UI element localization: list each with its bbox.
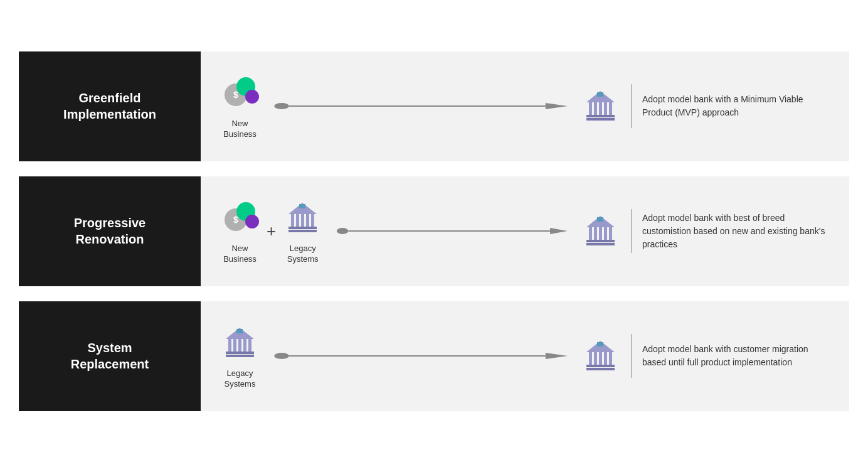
divider-2 xyxy=(631,209,632,253)
svg-text:$: $ xyxy=(233,215,238,225)
svg-point-3 xyxy=(245,90,259,104)
svg-rect-10 xyxy=(594,102,597,115)
svg-marker-31 xyxy=(550,228,568,234)
svg-rect-59 xyxy=(609,352,612,365)
arrow-2 xyxy=(336,223,568,239)
svg-marker-52 xyxy=(546,353,568,359)
svg-rect-12 xyxy=(604,102,607,115)
svg-rect-56 xyxy=(594,352,597,365)
source-icons-greenfield: $ New Business xyxy=(220,73,260,140)
source-icons-progressive: $ New Business + xyxy=(220,198,323,265)
arrow-1 xyxy=(273,99,568,114)
svg-rect-33 xyxy=(597,217,603,222)
new-business-label-2: New Business xyxy=(223,244,257,265)
svg-rect-28 xyxy=(288,230,317,232)
svg-point-19 xyxy=(245,215,259,228)
bank-svg-source-3 xyxy=(220,323,260,363)
svg-rect-13 xyxy=(609,102,612,115)
label-replacement: System Replacement xyxy=(19,301,201,411)
svg-rect-25 xyxy=(306,214,309,227)
legacy-systems-icon-2: Legacy Systems xyxy=(282,198,323,265)
new-business-label-1: New Business xyxy=(223,119,257,140)
svg-rect-43 xyxy=(228,339,231,352)
svg-rect-61 xyxy=(586,368,615,370)
description-replacement: Adopt model bank with customer migration… xyxy=(642,343,830,369)
svg-point-4 xyxy=(274,103,289,109)
svg-rect-15 xyxy=(586,118,615,121)
svg-rect-45 xyxy=(238,339,241,352)
bubbles-svg-1: $ xyxy=(220,73,260,114)
bubbles-svg-2: $ xyxy=(220,198,260,239)
bank-svg-result-3 xyxy=(580,336,621,377)
legacy-label-2: Legacy Systems xyxy=(287,244,319,265)
svg-rect-27 xyxy=(288,227,317,229)
svg-rect-60 xyxy=(586,365,615,367)
label-greenfield: Greenfield Implementation xyxy=(19,51,201,161)
plus-icon: + xyxy=(267,222,276,241)
svg-rect-49 xyxy=(226,355,254,357)
svg-point-50 xyxy=(274,353,289,359)
svg-rect-38 xyxy=(609,227,612,240)
svg-rect-23 xyxy=(296,214,299,227)
row-replacement: System Replacement Legacy Systems xyxy=(19,301,849,411)
svg-rect-42 xyxy=(236,329,243,333)
svg-rect-24 xyxy=(301,214,304,227)
content-replacement: Legacy Systems Adopt m xyxy=(201,301,849,411)
svg-rect-55 xyxy=(589,352,592,365)
svg-rect-57 xyxy=(599,352,602,365)
description-progressive: Adopt model bank with best of breed cust… xyxy=(642,212,830,251)
svg-rect-47 xyxy=(248,339,251,352)
svg-marker-6 xyxy=(546,103,568,109)
svg-rect-26 xyxy=(311,214,314,227)
divider-3 xyxy=(631,334,632,378)
svg-rect-58 xyxy=(604,352,607,365)
svg-rect-9 xyxy=(589,102,592,115)
svg-rect-48 xyxy=(226,352,254,354)
svg-rect-37 xyxy=(604,227,607,240)
svg-rect-14 xyxy=(586,115,615,117)
svg-point-29 xyxy=(337,228,348,234)
svg-rect-36 xyxy=(599,227,602,240)
content-greenfield: $ New Business xyxy=(201,51,849,161)
svg-rect-8 xyxy=(597,92,603,97)
svg-rect-22 xyxy=(291,214,294,227)
svg-text:$: $ xyxy=(233,90,238,100)
divider-1 xyxy=(631,84,632,128)
content-progressive: $ New Business + xyxy=(201,176,849,286)
new-business-icon-1: $ New Business xyxy=(220,73,260,140)
svg-rect-34 xyxy=(589,227,592,240)
source-icons-replacement: Legacy Systems xyxy=(220,323,260,390)
bank-svg-result-1 xyxy=(580,86,621,127)
arrow-3 xyxy=(273,348,568,363)
svg-rect-44 xyxy=(233,339,236,352)
svg-rect-54 xyxy=(597,342,603,346)
svg-rect-46 xyxy=(243,339,246,352)
svg-rect-21 xyxy=(299,204,305,208)
legacy-label-3: Legacy Systems xyxy=(225,368,256,390)
row-progressive: Progressive Renovation $ New Business + xyxy=(19,176,849,286)
result-progressive: Adopt model bank with best of breed cust… xyxy=(580,209,830,253)
bank-svg-result-2 xyxy=(580,211,621,252)
description-greenfield: Adopt model bank with a Minimum Viable P… xyxy=(642,93,830,119)
svg-rect-35 xyxy=(594,227,597,240)
label-progressive: Progressive Renovation xyxy=(19,176,201,286)
row-greenfield: Greenfield Implementation $ New Business xyxy=(19,51,849,161)
bank-svg-source-2 xyxy=(282,198,323,239)
svg-rect-40 xyxy=(586,243,615,245)
result-greenfield: Adopt model bank with a Minimum Viable P… xyxy=(580,84,830,128)
svg-rect-11 xyxy=(599,102,602,115)
svg-rect-39 xyxy=(586,240,615,242)
result-replacement: Adopt model bank with customer migration… xyxy=(580,334,830,378)
new-business-icon-2: $ New Business xyxy=(220,198,260,265)
legacy-systems-icon-3: Legacy Systems xyxy=(220,323,260,390)
